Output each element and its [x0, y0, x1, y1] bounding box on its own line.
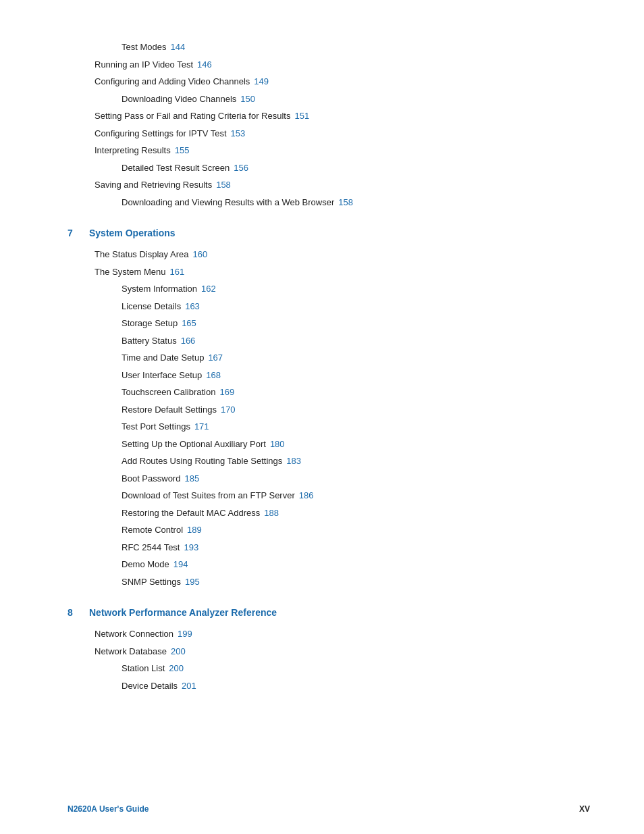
toc-entry-touchscreen-cal: Touchscreen Calibration 169	[68, 386, 590, 399]
section8-title: Network Performance Analyzer Reference	[89, 607, 277, 618]
page-num: 189	[187, 523, 202, 537]
footer-title: N2620A User's Guide	[68, 804, 149, 814]
page-num: 163	[185, 300, 200, 313]
section7-header: 7 System Operations	[68, 228, 590, 238]
toc-entry-device-details: Device Details 201	[68, 679, 590, 693]
page-num: 171	[194, 420, 209, 434]
page-num: 169	[219, 386, 234, 399]
toc-entry-saving-retrieving: Saving and Retrieving Results 158	[68, 178, 590, 192]
toc-entry-status-display: The Status Display Area 160	[68, 248, 590, 261]
page-num: 149	[254, 75, 269, 88]
page-num: 201	[182, 679, 196, 693]
entry-text: Detailed Test Result Screen	[122, 161, 230, 175]
entry-text: Time and Date Setup	[122, 351, 204, 365]
entry-text: Device Details	[122, 679, 178, 693]
entry-text: Interpreting Results	[95, 144, 171, 157]
entry-text: Network Connection	[95, 627, 173, 641]
page-num: 200	[169, 662, 184, 675]
entry-text: The Status Display Area	[95, 248, 188, 261]
page-num: 162	[201, 282, 216, 296]
page-num: 180	[270, 438, 285, 451]
entry-text: User Interface Setup	[122, 369, 202, 382]
toc-entry-station-list: Station List 200	[68, 662, 590, 675]
entry-text: License Details	[122, 300, 181, 313]
page-num: 188	[264, 506, 279, 520]
page-num: 165	[182, 317, 196, 330]
footer-page: XV	[579, 804, 590, 814]
entry-text: Restore Default Settings	[122, 403, 217, 417]
toc-entry-restore-default: Restore Default Settings 170	[68, 403, 590, 417]
entry-text: Configuring and Adding Video Channels	[95, 75, 250, 88]
toc-entry-system-info: System Information 162	[68, 282, 590, 296]
toc-entry-user-interface-setup: User Interface Setup 168	[68, 369, 590, 382]
toc-entry-snmp-settings: SNMP Settings 195	[68, 575, 590, 589]
entry-text: SNMP Settings	[122, 575, 181, 589]
page-num: 155	[175, 144, 190, 157]
page-num: 150	[240, 93, 255, 106]
toc-entry-license-details: License Details 163	[68, 300, 590, 313]
toc-entry-rfc-2544: RFC 2544 Test 193	[68, 541, 590, 554]
page-num: 186	[299, 489, 314, 502]
entry-text: Battery Status	[122, 334, 177, 348]
page-num: 199	[178, 627, 192, 641]
entry-text: The System Menu	[95, 265, 166, 279]
entry-text: Download of Test Suites from an FTP Serv…	[122, 489, 295, 502]
toc-entry-battery-status: Battery Status 166	[68, 334, 590, 348]
toc-entry-network-connection: Network Connection 199	[68, 627, 590, 641]
toc-entry-configuring-iptv: Configuring Settings for IPTV Test 153	[68, 127, 590, 140]
page-num: 158	[216, 178, 231, 192]
page-num: 185	[184, 472, 199, 486]
entry-text: Configuring Settings for IPTV Test	[95, 127, 227, 140]
toc-entry-configuring-adding-video-channels: Configuring and Adding Video Channels 14…	[68, 75, 590, 88]
entry-text: Saving and Retrieving Results	[95, 178, 212, 192]
toc-entry-detailed-test-result: Detailed Test Result Screen 156	[68, 161, 590, 175]
page-num: 183	[286, 454, 301, 468]
toc-entry-running-ip-video-test: Running an IP Video Test 146	[68, 58, 590, 72]
page-num: 170	[221, 403, 236, 417]
page-num: 193	[184, 541, 198, 554]
page-num: 168	[206, 369, 221, 382]
entry-text: Setting Up the Optional Auxiliary Port	[122, 438, 266, 451]
entry-text: Remote Control	[122, 523, 183, 537]
toc-entry-system-menu: The System Menu 161	[68, 265, 590, 279]
toc-entry-add-routes: Add Routes Using Routing Table Settings …	[68, 454, 590, 468]
toc-entry-restoring-mac: Restoring the Default MAC Address 188	[68, 506, 590, 520]
entry-text: Demo Mode	[122, 558, 169, 571]
entry-text: Running an IP Video Test	[95, 58, 193, 72]
section7-title: System Operations	[89, 228, 176, 238]
toc-entry-interpreting-results: Interpreting Results 155	[68, 144, 590, 157]
toc-entry-storage-setup: Storage Setup 165	[68, 317, 590, 330]
footer: N2620A User's Guide XV	[0, 804, 644, 814]
page-num: 200	[171, 645, 186, 658]
entry-text: Restoring the Default MAC Address	[122, 506, 260, 520]
page-num: 160	[192, 248, 207, 261]
page-num: 161	[170, 265, 185, 279]
toc-entry-test-modes: Test Modes 144	[68, 41, 590, 54]
entry-text: Boot Password	[122, 472, 180, 486]
toc-entry-boot-password: Boot Password 185	[68, 472, 590, 486]
page-num: 144	[170, 41, 185, 54]
section8-header: 8 Network Performance Analyzer Reference	[68, 607, 590, 618]
entry-text: Network Database	[95, 645, 167, 658]
page-num: 146	[197, 58, 212, 72]
entry-text: Setting Pass or Fail and Rating Criteria…	[95, 109, 290, 123]
page-num: 156	[234, 161, 248, 175]
entry-text: Test Modes	[122, 41, 166, 54]
toc-entry-time-date-setup: Time and Date Setup 167	[68, 351, 590, 365]
toc-entry-optional-aux-port: Setting Up the Optional Auxiliary Port 1…	[68, 438, 590, 451]
toc-entry-download-test-suites: Download of Test Suites from an FTP Serv…	[68, 489, 590, 502]
page-num: 151	[294, 109, 309, 123]
entry-text: Add Routes Using Routing Table Settings	[122, 454, 282, 468]
entry-text: Touchscreen Calibration	[122, 386, 215, 399]
entry-text: Downloading Video Channels	[122, 93, 236, 106]
section8-number: 8	[68, 607, 81, 618]
section7-number: 7	[68, 228, 81, 238]
toc-entry-downloading-video-channels: Downloading Video Channels 150	[68, 93, 590, 106]
entry-text: Station List	[122, 662, 165, 675]
toc-entry-demo-mode: Demo Mode 194	[68, 558, 590, 571]
toc-entry-remote-control: Remote Control 189	[68, 523, 590, 537]
entry-text: RFC 2544 Test	[122, 541, 180, 554]
entry-text: System Information	[122, 282, 197, 296]
page-num: 194	[173, 558, 188, 571]
entry-text: Test Port Settings	[122, 420, 190, 434]
